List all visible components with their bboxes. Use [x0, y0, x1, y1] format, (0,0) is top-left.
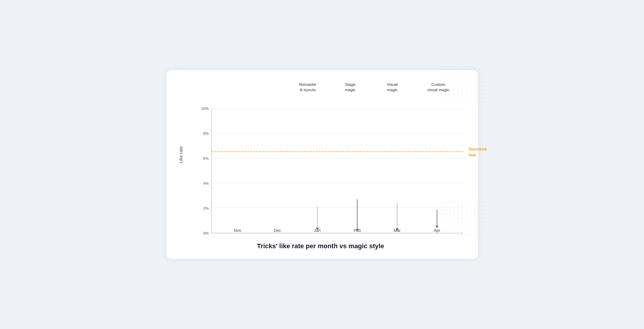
annotation-remaster: Remaster& tryouts [292, 82, 324, 92]
annotations-row: Remaster& tryouts Stagemagic Visualmagic… [186, 82, 463, 109]
bar-group-mar: Mar [382, 226, 412, 233]
chart-inner: Remaster& tryouts Stagemagic Visualmagic… [186, 82, 463, 233]
bar-label-apr: Apr [434, 228, 440, 233]
chart-title: Tricks' like rate per month vs magic sty… [178, 242, 463, 250]
bar-label-nov: Nov [234, 228, 241, 233]
arrowhead-mar [396, 228, 399, 231]
y-ticks: 0% 2% 4% 6% 8% 10% [201, 109, 209, 233]
chart-area: Like rate Remaster& tryouts Stagemagic V… [178, 82, 463, 233]
annotation-custom-visual-magic: Customvisual magic [421, 82, 456, 92]
y-axis-label: Like rate [178, 82, 183, 233]
annotation-visual-magic: Visualmagic [379, 82, 406, 92]
arrow-apr [437, 209, 437, 226]
arrowhead-apr [435, 226, 438, 228]
chart-card: Like rate Remaster& tryouts Stagemagic V… [166, 70, 478, 259]
bar-group-nov: Nov [223, 226, 252, 233]
arrow-mar [397, 203, 397, 228]
arrow-feb [357, 199, 357, 229]
arrowhead-feb [356, 229, 359, 231]
bars-row: Nov Dec Jan [212, 109, 463, 233]
bar-chart-wrapper: 0% 2% 4% 6% 8% 10% [201, 109, 463, 233]
bar-group-feb: Feb [342, 226, 372, 233]
bar-group-apr: Apr [422, 226, 452, 233]
success-label: Successline [469, 146, 487, 158]
arrow-jan [317, 207, 318, 228]
arrowhead-jan [316, 228, 319, 230]
annotation-stage-magic: Stagemagic [337, 82, 364, 92]
bar-group-dec: Dec [263, 226, 292, 233]
bar-group-jan: Jan [303, 226, 332, 233]
bars-area: Successline Nov Dec [211, 109, 463, 233]
bar-label-dec: Dec [274, 228, 281, 233]
